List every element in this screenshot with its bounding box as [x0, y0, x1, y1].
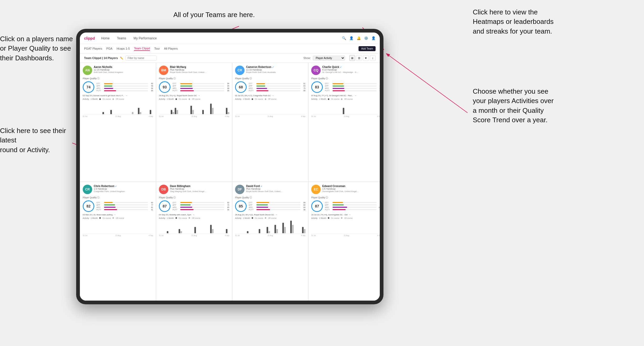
- settings-icon[interactable]: ⚙️: [364, 36, 368, 40]
- player-club: Royal Perth Golf Club, Australia: [246, 71, 276, 73]
- filter-input[interactable]: [125, 56, 157, 61]
- activity-section: Activity · 1 Month On course Off course: [235, 217, 305, 236]
- player-card[interactable]: DF David Ford ✓ Plus Handicap Royal Nort…: [232, 182, 308, 301]
- quality-score[interactable]: 85: [235, 200, 247, 212]
- player-card[interactable]: EC Edward Crossman 1-5 Handicap Sunningd…: [308, 182, 380, 301]
- bar-row-putt: PUTT 94: [173, 209, 229, 211]
- bar-fill-putt: [333, 209, 346, 210]
- player-name[interactable]: Aaron Nicholls: [94, 66, 123, 68]
- bar-row-app: APP 85: [173, 85, 229, 87]
- filter-view-button[interactable]: ▼: [363, 55, 369, 61]
- quality-content[interactable]: 82 OTT 60 APP 77 ARG 81 PUTT: [83, 200, 153, 212]
- chart-label-end: 4 Sep: [301, 115, 305, 117]
- player-name[interactable]: Cameron Robertson ✓: [246, 66, 276, 68]
- player-card[interactable]: AN Aaron Nicholls 11-15 Handicap Drift G…: [80, 63, 156, 182]
- activity-section: Activity · 1 Month On course Off course: [311, 217, 380, 236]
- player-card[interactable]: CR Cameron Robertson ✓ 11-15 Handicap Ro…: [232, 63, 308, 182]
- sub-nav-hcaps[interactable]: Hcaps 1-5: [117, 47, 130, 51]
- player-card[interactable]: DB Dave Billingham Plus Handicap Stag Ma…: [156, 182, 232, 301]
- bar-label-ott: OTT: [173, 83, 179, 84]
- quality-score[interactable]: 74: [83, 81, 94, 93]
- add-team-button[interactable]: Add Team: [359, 46, 376, 51]
- recent-round[interactable]: 26 Aug 23 | 73 (+1), Royal North Devon G…: [159, 94, 229, 97]
- recent-arrow-icon: →: [272, 94, 274, 97]
- edit-icon[interactable]: ✏️: [120, 57, 123, 60]
- quality-score[interactable]: 83: [311, 81, 323, 93]
- bar-label-app: APP: [96, 85, 103, 87]
- bar-track-ott: [180, 83, 224, 84]
- player-handicap: Plus Handicap: [170, 68, 207, 71]
- nav-performance[interactable]: My Performance: [133, 36, 158, 40]
- nav-home[interactable]: Home: [100, 36, 111, 40]
- grid-view-button[interactable]: ⊞: [349, 55, 355, 61]
- bar-row-arg: ARG 85: [173, 206, 229, 208]
- recent-round[interactable]: 07 Aug 23 | 77 (+7), St George's Hill GC…: [311, 94, 380, 97]
- quality-content[interactable]: 68 OTT 61 APP 63 ARG 75 PUTT: [235, 81, 305, 93]
- sub-nav-all-players[interactable]: All Players: [164, 47, 178, 51]
- quality-content[interactable]: 87 OTT 73 APP 79 ARG 103 PUTT: [311, 200, 380, 212]
- bar-fill-putt: [333, 90, 345, 91]
- quality-content[interactable]: 93 OTT 84 APP 85 ARG 88 PUTT: [159, 81, 229, 93]
- recent-round[interactable]: 18 Jul 23 | 74 (+4), Sunningdale GC - Ol…: [311, 214, 380, 216]
- recent-round[interactable]: 02 Sep 23 | Sunset round to get back int…: [83, 94, 153, 97]
- player-info: Aaron Nicholls 11-15 Handicap Drift Golf…: [94, 66, 123, 73]
- player-name[interactable]: Chris Robertson ✓: [94, 185, 125, 188]
- bar-track-ott: [333, 202, 377, 203]
- player-name[interactable]: David Ford ✓: [246, 185, 283, 188]
- recent-round[interactable]: 03 Mar 23 | 19, Must make putting →: [83, 214, 153, 216]
- bar-row-ott: OTT 82: [173, 202, 229, 204]
- player-card[interactable]: BM Blair McHarg Plus Handicap Royal Nort…: [156, 63, 232, 182]
- chart-label-mid: 21 Aug: [191, 115, 197, 117]
- sort-view-button[interactable]: ↕: [370, 55, 376, 61]
- bar-value-putt: 94: [225, 209, 229, 211]
- quality-content[interactable]: 85 OTT 89 APP 80 ARG 83 PUTT: [235, 200, 305, 212]
- quality-score[interactable]: 87: [159, 200, 170, 212]
- player-name[interactable]: Edward Crossman: [322, 185, 359, 188]
- sub-nav-team-clippd[interactable]: Team Clippd: [134, 47, 150, 51]
- bar-row-putt: PUTT 92: [325, 209, 380, 211]
- bar-fill-app: [256, 86, 265, 87]
- recent-round[interactable]: 04 Sep 23 | Mobility with coach, Gym →: [159, 214, 229, 216]
- chart-labels: 31 Jul 21 Aug 4 Sep: [311, 235, 380, 236]
- player-card[interactable]: CR Chris Robertson ✓ 1-5 Handicap Craigm…: [80, 182, 156, 301]
- sub-nav-pga[interactable]: PGA: [106, 47, 112, 51]
- player-name[interactable]: Dave Billingham: [170, 185, 207, 188]
- off-course-dot: [265, 217, 266, 219]
- list-view-button[interactable]: ☰: [356, 55, 362, 61]
- quality-content[interactable]: 87 OTT 82 APP 74 ARG 85 PUTT: [159, 200, 229, 212]
- bar-value-putt: 85: [301, 90, 305, 92]
- sub-nav-pgat[interactable]: PGAT Players: [84, 47, 102, 51]
- quality-section: Player Quality ⓘ 68 OTT 61 APP 63 ARG 75: [235, 77, 305, 93]
- activity-section: Activity · 1 Month On course Off course: [159, 217, 229, 236]
- bar-fill-ott: [333, 202, 343, 203]
- bar-row-arg: ARG 103: [325, 206, 380, 208]
- quality-score[interactable]: 93: [159, 81, 170, 93]
- user-icon[interactable]: 👤: [349, 36, 354, 40]
- sub-nav-tour[interactable]: Tour: [154, 47, 160, 51]
- chart-label-start: 31 Jul: [235, 235, 240, 236]
- player-name[interactable]: Charlie Quick ✓: [322, 66, 359, 68]
- recent-round[interactable]: 26 Aug 23 | 84 (+12), Royal North Devon …: [235, 214, 305, 216]
- quality-score[interactable]: 68: [235, 81, 247, 93]
- recent-arrow-icon: →: [275, 214, 277, 216]
- quality-score[interactable]: 87: [311, 200, 323, 212]
- bell-icon[interactable]: 🔔: [357, 36, 361, 40]
- nav-teams[interactable]: Teams: [116, 36, 127, 40]
- bar-track-ott: [333, 83, 377, 84]
- player-card[interactable]: CQ Charlie Quick ✓ 6-10 Handicap St. Geo…: [308, 63, 380, 182]
- show-select[interactable]: Player Activity Quality Score Trend: [313, 56, 345, 61]
- sub-nav-right: Add Team: [359, 46, 376, 51]
- quality-content[interactable]: 74 OTT 60 APP 58 ARG 64 PUTT: [83, 81, 153, 93]
- recent-round[interactable]: 02 Jul 23 | 59 (+17), Craigmillar Park G…: [235, 94, 305, 97]
- search-icon[interactable]: 🔍: [342, 36, 346, 40]
- avatar-icon[interactable]: 👤: [371, 36, 376, 40]
- player-handicap: 6-10 Handicap: [322, 68, 359, 71]
- player-name[interactable]: Blair McHarg: [170, 66, 207, 68]
- bar-value-arg: 75: [301, 87, 305, 89]
- quality-score[interactable]: 82: [83, 200, 94, 212]
- bar-row-putt: PUTT 85: [249, 90, 305, 92]
- bar-fill-ott: [180, 202, 192, 203]
- quality-content[interactable]: 83 OTT 77 APP 80 ARG 83 PUTT: [311, 81, 380, 93]
- bar-fill-ott: [256, 202, 269, 203]
- bar-value-ott: 60: [149, 83, 153, 84]
